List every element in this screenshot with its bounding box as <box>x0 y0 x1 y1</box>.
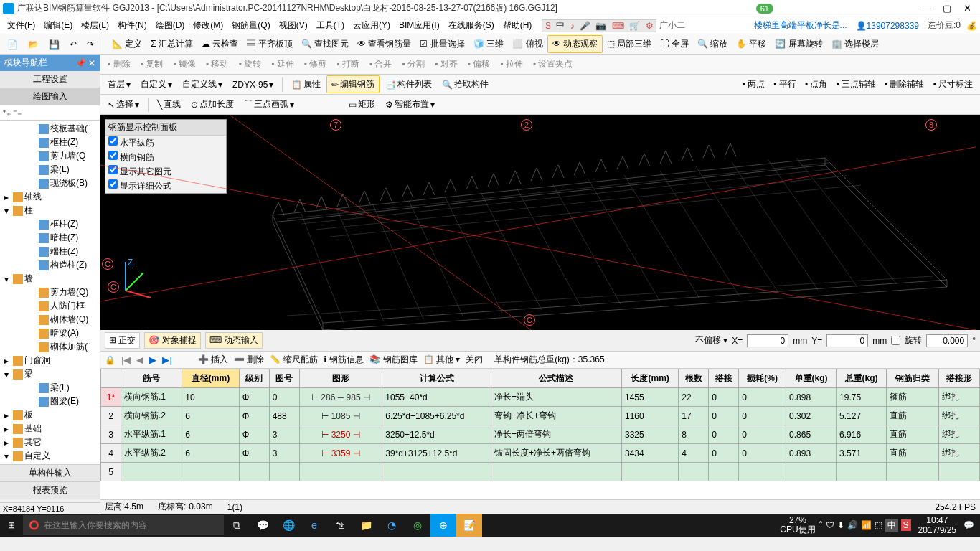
user-id[interactable]: 13907298339 <box>867 21 919 31</box>
tree-墙[interactable]: ▾墙 <box>1 272 98 286</box>
tree-砌体墙(Q)[interactable]: 砌体墙(Q) <box>1 313 98 326</box>
x-input[interactable] <box>747 334 788 347</box>
tb2-合并[interactable]: ▪ 合并 <box>365 56 397 72</box>
col-长度(mm)[interactable]: 长度(mm) <box>621 369 678 388</box>
start-button[interactable]: ⊞ <box>0 514 23 537</box>
tb-汇总计算[interactable]: Σ 汇总计算 <box>146 36 197 52</box>
cp-显示详细公式[interactable]: 显示详细公式 <box>105 179 226 193</box>
properties-button[interactable]: 📋 属性 <box>287 76 325 93</box>
tb-屏幕旋转[interactable]: 🔄 屏幕旋转 <box>771 36 826 52</box>
rect-tool[interactable]: ▭ 矩形 <box>344 96 380 113</box>
col-图形[interactable]: 图形 <box>299 369 382 388</box>
tb-平齐板顶[interactable]: ▤ 平齐板顶 <box>242 36 296 52</box>
tb3r-点角[interactable]: ▪ 点角 <box>801 76 832 93</box>
undo-button[interactable]: ↶ <box>65 37 81 52</box>
tb2-设置夹点[interactable]: ▪ 设置夹点 <box>529 56 578 72</box>
menu-楼层(L)[interactable]: 楼层(L) <box>77 19 113 32</box>
floor-select[interactable]: 首层 ▾ <box>103 76 135 93</box>
menu-修改(M)[interactable]: 修改(M) <box>189 19 227 32</box>
new-button[interactable]: 📄 <box>3 37 22 52</box>
point-length-tool[interactable]: ⊙ 点加长度 <box>187 96 238 113</box>
task-view[interactable]: ⧉ <box>224 514 250 537</box>
cp-水平纵筋[interactable]: 水平纵筋 <box>105 136 226 150</box>
taskbar-clock[interactable]: 10:47 2017/9/25 <box>914 515 961 536</box>
other-menu[interactable]: 📋 其他 ▾ <box>423 354 461 366</box>
sidebar-pin-icon[interactable]: 📌 ✕ <box>75 58 95 68</box>
tb-全屏[interactable]: ⛶ 全屏 <box>656 36 692 52</box>
col-单重(kg)[interactable]: 单重(kg) <box>786 369 837 388</box>
rotate-checkbox[interactable] <box>891 336 900 345</box>
col-计算公式[interactable]: 计算公式 <box>382 369 491 388</box>
y-input[interactable] <box>826 334 868 347</box>
select-tool[interactable]: ↖ 选择 ▾ <box>103 96 143 113</box>
menu-编辑(E)[interactable]: 编辑(E) <box>39 19 77 32</box>
menu-帮助(H)[interactable]: 帮助(H) <box>499 19 537 32</box>
tb2-旋转[interactable]: ▪ 旋转 <box>234 56 265 72</box>
arc-tool[interactable]: ⌒ 三点画弧 ▾ <box>240 96 298 113</box>
delete-row[interactable]: ➖ 删除 <box>234 354 264 366</box>
tb2-分割[interactable]: ▪ 分割 <box>397 56 429 72</box>
tb2-打断[interactable]: ▪ 打断 <box>332 56 364 72</box>
tb3r-平行[interactable]: ▪ 平行 <box>769 76 801 93</box>
tb-app2[interactable]: ◎ <box>405 514 430 537</box>
tb-chrome[interactable]: 🌐 <box>275 514 301 537</box>
tb2-删除[interactable]: ▪ 删除 <box>103 56 135 72</box>
tb-缩放[interactable]: 🔍 缩放 <box>693 36 732 52</box>
smart-layout-tool[interactable]: ⚙ 智能布置 ▾ <box>381 96 439 113</box>
tree-门窗洞[interactable]: ▸门窗洞 <box>1 354 98 367</box>
tab-draw-input[interactable]: 绘图输入 <box>0 88 100 105</box>
tree-梁(L)[interactable]: 梁(L) <box>1 381 98 395</box>
news-link[interactable]: 楼梯里高端平板净长是... <box>754 19 847 32</box>
taskbar-search[interactable]: ⭕ 在这里输入你要搜索的内容 <box>23 515 224 535</box>
tb-discord[interactable]: 💬 <box>250 514 275 537</box>
col-搭接[interactable]: 搭接 <box>709 369 739 388</box>
col-[interactable] <box>101 369 121 388</box>
tb-app1[interactable]: ◔ <box>379 514 405 537</box>
minimize-button[interactable]: — <box>917 3 937 14</box>
redo-button[interactable]: ↷ <box>83 37 98 52</box>
table-row[interactable]: 4水平纵筋.26Φ3⊢ 3359 ⊣39*d+3125+12.5*d锚固长度+净… <box>101 444 980 463</box>
insert-row[interactable]: ➕ 插入 <box>198 354 228 366</box>
tray-up-icon[interactable]: ˄ <box>819 520 823 530</box>
line-tool[interactable]: ╲ 直线 <box>153 96 185 113</box>
tree-端柱(Z)[interactable]: 端柱(Z) <box>1 245 98 258</box>
notifications-icon[interactable]: 💬 <box>963 520 974 530</box>
rebar-library[interactable]: 📚 钢筋图库 <box>369 354 417 366</box>
tree-剪力墙(Q)[interactable]: 剪力墙(Q) <box>1 286 98 299</box>
tb2-偏移[interactable]: ▪ 偏移 <box>463 56 495 72</box>
dynamic-input-toggle[interactable]: ⌨ 动态输入 <box>205 332 263 349</box>
pick-component-button[interactable]: 🔍 拾取构件 <box>438 76 493 93</box>
cp-显示其它图元[interactable]: 显示其它图元 <box>105 164 226 179</box>
tb3r-三点辅轴[interactable]: ▪ 三点辅轴 <box>831 76 880 93</box>
tb-定义[interactable]: 📐 定义 <box>108 36 146 52</box>
tree-板[interactable]: ▸板 <box>1 408 98 422</box>
tree-现浇板(B)[interactable]: 现浇板(B) <box>1 176 98 190</box>
menu-绘图(D)[interactable]: 绘图(D) <box>151 19 189 32</box>
table-row[interactable]: 3水平纵筋.16Φ3⊢ 3250 ⊣3250+12.5*d净长+两倍弯钩3325… <box>101 425 980 444</box>
system-tray[interactable]: 27% CPU使用 ˄ 🛡⬇🔊📶⬚ 中 S 10:47 2017/9/25 💬 <box>774 515 980 536</box>
tree-expand-icon[interactable]: ⁺₊ ⁻₋ <box>2 108 22 118</box>
tb-查看钢筋量[interactable]: 👁 查看钢筋量 <box>353 36 415 52</box>
tab-project-settings[interactable]: 工程设置 <box>0 71 100 88</box>
tree-其它[interactable]: ▸其它 <box>1 435 98 449</box>
tree-构造柱(Z)[interactable]: 构造柱(Z) <box>1 258 98 272</box>
col-级别[interactable]: 级别 <box>239 369 269 388</box>
tb-云检查[interactable]: ☁ 云检查 <box>197 36 242 52</box>
tb-平移[interactable]: ✋ 平移 <box>732 36 771 52</box>
component-list-button[interactable]: 📑 构件列表 <box>381 76 436 93</box>
lock-icon[interactable]: 🔒 <box>105 355 116 365</box>
code-select[interactable]: ZDYX-95 ▾ <box>228 77 278 92</box>
menu-工具(T)[interactable]: 工具(T) <box>312 19 349 32</box>
tb-app3[interactable]: ⊕ <box>430 514 456 537</box>
tb-动态观察[interactable]: 👁 动态观察 <box>547 35 603 53</box>
tb3r-删除辅轴[interactable]: ▪ 删除辅轴 <box>880 76 929 93</box>
tb2-修剪[interactable]: ▪ 修剪 <box>300 56 331 72</box>
col-搭接形[interactable]: 搭接形 <box>938 369 979 388</box>
close-table[interactable]: 关闭 <box>466 354 483 366</box>
tb2-复制[interactable]: ▪ 复制 <box>136 56 168 72</box>
tree-基础[interactable]: ▸基础 <box>1 422 98 435</box>
tree-框柱(Z)[interactable]: 框柱(Z) <box>1 136 98 149</box>
tb2-移动[interactable]: ▪ 移动 <box>202 56 233 72</box>
menu-视图(V)[interactable]: 视图(V) <box>275 19 312 32</box>
tb2-拉伸[interactable]: ▪ 拉伸 <box>496 56 527 72</box>
